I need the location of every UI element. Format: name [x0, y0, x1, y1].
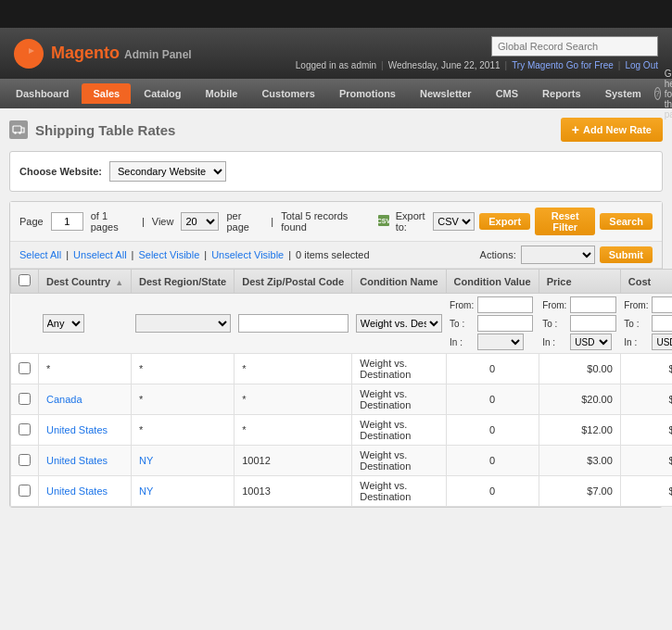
price-to-input[interactable]: [570, 315, 616, 332]
row-checkbox-cell: [11, 446, 39, 476]
nav-item-newsletter[interactable]: Newsletter: [409, 83, 483, 104]
add-new-rate-button[interactable]: + Add New Rate: [561, 118, 663, 142]
unselect-visible-link[interactable]: Unselect Visible: [211, 249, 284, 260]
nav-item-cms[interactable]: CMS: [485, 83, 529, 104]
filter-checkbox-cell: [11, 294, 39, 354]
nav-item-system[interactable]: System: [594, 83, 653, 104]
page-number-input[interactable]: [51, 212, 83, 231]
table-body: * * * Weight vs. Destination 0 $0.00 $0.…: [11, 354, 673, 507]
table-row: * * * Weight vs. Destination 0 $0.00 $0.…: [11, 354, 673, 384]
view-count-select[interactable]: 20 50 100 200: [181, 212, 219, 231]
shipping-icon: [9, 120, 28, 139]
actions-select[interactable]: [521, 246, 595, 264]
row-condition-value: 0: [446, 476, 539, 507]
row-dest-zip: 10012: [235, 446, 352, 476]
global-search-input[interactable]: [491, 36, 658, 57]
select-all-checkbox[interactable]: [19, 274, 31, 286]
nav-item-mobile[interactable]: Mobile: [195, 83, 249, 104]
cost-to-input[interactable]: [652, 315, 672, 332]
condition-value-filter: From: To : In :: [450, 296, 535, 350]
sel-separator3: |: [204, 249, 207, 260]
condition-in-label: In :: [450, 337, 474, 347]
dest-country-link[interactable]: Canada: [46, 394, 82, 405]
pipe-separator2: |: [271, 216, 273, 227]
row-checkbox[interactable]: [19, 362, 31, 374]
submit-actions-button[interactable]: Submit: [600, 246, 653, 263]
total-records-label: Total 5 records found: [281, 210, 368, 233]
row-cost: $0.00: [620, 384, 672, 415]
condition-to-input[interactable]: [477, 315, 533, 332]
row-cost: $0.00: [620, 415, 672, 446]
logo-magento: Magento: [51, 44, 120, 62]
dest-country-link[interactable]: United States: [46, 485, 108, 497]
nav-item-promotions[interactable]: Promotions: [328, 83, 407, 104]
row-checkbox[interactable]: [19, 423, 31, 435]
page-title: Shipping Table Rates: [9, 120, 175, 139]
cost-in-select[interactable]: USD: [652, 334, 672, 350]
sel-separator1: |: [66, 249, 69, 260]
unselect-all-link[interactable]: Unselect All: [73, 249, 126, 260]
nav-item-dashboard[interactable]: Dashboard: [5, 83, 80, 104]
th-dest-region: Dest Region/State: [132, 270, 235, 294]
condition-from-input[interactable]: [477, 296, 533, 313]
condition-in-select[interactable]: [477, 334, 524, 350]
dest-region-link[interactable]: NY: [139, 485, 153, 497]
row-condition-name: Weight vs. Destination: [352, 354, 446, 384]
row-dest-zip: 10013: [235, 476, 352, 507]
cost-from-input[interactable]: [652, 296, 672, 313]
filter-condition-name-select[interactable]: Weight vs. Destination Price vs. Destina…: [356, 314, 442, 333]
row-dest-region: *: [132, 415, 235, 446]
dest-region-link[interactable]: NY: [139, 455, 153, 466]
th-dest-country[interactable]: Dest Country ▲: [39, 270, 132, 294]
cost-to-label: To :: [624, 319, 648, 329]
row-condition-name: Weight vs. Destination: [352, 384, 446, 415]
price-in-select[interactable]: USD: [570, 334, 612, 350]
row-dest-zip: *: [235, 354, 352, 384]
sel-separator2: |: [132, 249, 134, 260]
th-dest-zip-label: Dest Zip/Postal Code: [242, 276, 344, 287]
actions-area: Actions: Submit: [480, 246, 653, 264]
nav-item-catalog[interactable]: Catalog: [133, 83, 192, 104]
row-checkbox[interactable]: [19, 485, 31, 497]
website-panel: Choose Website: Secondary Website Main W…: [9, 151, 663, 192]
table-row: Canada * * Weight vs. Destination 0 $20.…: [11, 384, 673, 415]
nav-item-reports[interactable]: Reports: [531, 83, 592, 104]
pipe-separator: |: [142, 216, 145, 227]
export-button[interactable]: Export: [479, 213, 530, 230]
filter-region-select[interactable]: [135, 314, 231, 333]
website-select[interactable]: Secondary Website Main Website: [109, 161, 226, 182]
search-box[interactable]: [491, 36, 658, 57]
view-label: View: [152, 216, 174, 227]
try-magento-link[interactable]: Try Magento Go for Free: [512, 60, 614, 70]
dest-country-link[interactable]: United States: [46, 424, 108, 435]
cost-in-label: In :: [624, 337, 648, 347]
magento-logo-icon: [14, 39, 44, 69]
row-checkbox[interactable]: [19, 393, 31, 405]
nav-help[interactable]: ? Get help for this page: [654, 69, 672, 120]
filter-country-any-select[interactable]: Any: [43, 314, 84, 333]
search-button[interactable]: Search: [600, 213, 653, 230]
row-condition-value: 0: [446, 354, 539, 384]
row-dest-region: *: [132, 384, 235, 415]
add-new-rate-label: Add New Rate: [583, 124, 652, 135]
select-all-link[interactable]: Select All: [19, 249, 61, 260]
row-checkbox[interactable]: [19, 454, 31, 466]
logout-link[interactable]: Log Out: [625, 60, 658, 70]
nav-item-sales[interactable]: Sales: [82, 83, 131, 104]
select-visible-link[interactable]: Select Visible: [138, 249, 199, 260]
export-area: CSV Export to: CSV XML Export Reset Filt…: [376, 208, 653, 235]
top-bar: [0, 0, 672, 28]
row-dest-zip: *: [235, 415, 352, 446]
th-dest-zip: Dest Zip/Postal Code: [235, 270, 352, 294]
table-row: United States * * Weight vs. Destination…: [11, 415, 673, 446]
filter-zip-input[interactable]: [238, 314, 349, 333]
table-header-row: Dest Country ▲ Dest Region/State Dest Zi…: [11, 270, 673, 294]
price-from-input[interactable]: [570, 296, 616, 313]
nav-item-customers[interactable]: Customers: [250, 83, 325, 104]
separator2: |: [505, 60, 508, 70]
export-format-select[interactable]: CSV XML: [433, 212, 475, 231]
sel-separator4: |: [288, 249, 291, 260]
dest-country-link[interactable]: United States: [46, 455, 108, 466]
page-label: Page: [19, 216, 44, 227]
reset-filter-button[interactable]: Reset Filter: [535, 208, 595, 235]
